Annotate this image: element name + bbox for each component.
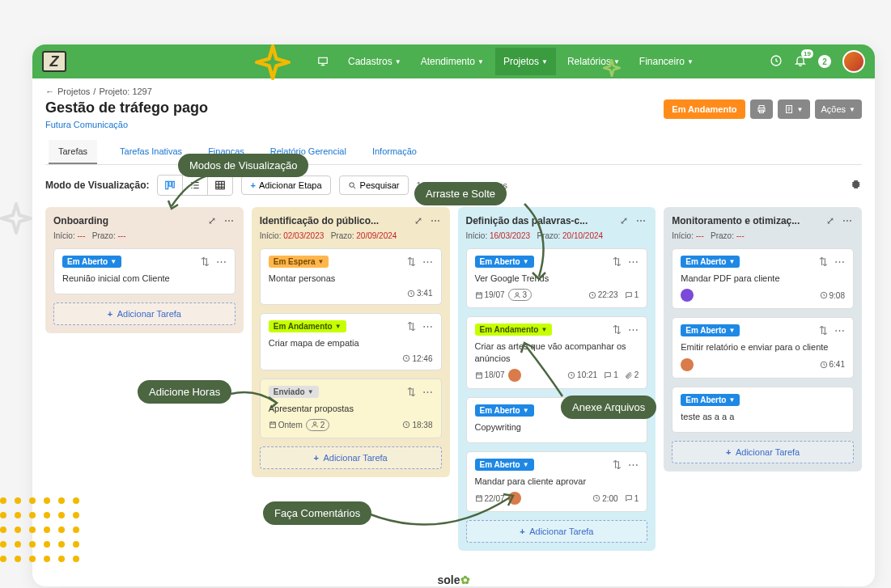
time-icon: 12:46 bbox=[402, 354, 432, 363]
svg-point-10 bbox=[349, 182, 354, 187]
avatar bbox=[508, 492, 521, 505]
more-icon[interactable]: ⋯ bbox=[223, 215, 235, 226]
status-tag[interactable]: Em Espera ▼ bbox=[269, 256, 329, 268]
status-tag[interactable]: Em Aberto ▼ bbox=[475, 459, 534, 471]
comment-icon: 1 bbox=[604, 370, 618, 379]
table-view-button[interactable] bbox=[208, 176, 232, 195]
more-icon[interactable]: ⋯ bbox=[628, 256, 639, 268]
top-navbar: Z Cadastros▼Atendimento▼Projetos▼Relatór… bbox=[32, 44, 875, 78]
print-button[interactable] bbox=[750, 99, 773, 119]
task-card[interactable]: Em Aberto ▼⇅⋯Mandar PDF para cliente 9:0… bbox=[672, 248, 854, 309]
actions-button[interactable]: Ações▼ bbox=[815, 99, 863, 119]
expand-icon[interactable]: ⤢ bbox=[413, 215, 424, 226]
svg-rect-13 bbox=[269, 422, 275, 428]
status-tag[interactable]: Em Aberto ▼ bbox=[475, 404, 534, 417]
sort-icon[interactable]: ⇅ bbox=[407, 320, 416, 332]
more-icon[interactable]: ⋯ bbox=[422, 386, 433, 398]
sort-icon[interactable]: ⇅ bbox=[613, 324, 622, 336]
tab-1[interactable]: Tarefas Inativas bbox=[117, 140, 185, 164]
nav-atendimento[interactable]: Atendimento▼ bbox=[413, 48, 492, 75]
expand-icon[interactable]: ⤢ bbox=[206, 215, 218, 226]
task-title: Montar personas bbox=[269, 273, 433, 284]
status-tag[interactable]: Em Andamento ▼ bbox=[269, 320, 346, 332]
sort-icon[interactable]: ⇅ bbox=[819, 256, 828, 268]
task-card[interactable]: Em Aberto ▼⇅⋯Reunião inicial com Cliente bbox=[53, 248, 235, 294]
dots-decoration bbox=[0, 497, 73, 562]
add-task-button[interactable]: + Adicionar Tarefa bbox=[466, 520, 648, 543]
client-link[interactable]: Futura Comunicação bbox=[45, 120, 128, 129]
more-icon[interactable]: ⋯ bbox=[841, 215, 854, 226]
avatar bbox=[508, 369, 521, 382]
avatar[interactable] bbox=[842, 50, 865, 73]
task-title: Criar as artes que vão acompanhar os anú… bbox=[475, 341, 639, 364]
nav-financeiro[interactable]: Financeiro▼ bbox=[631, 48, 702, 75]
sort-icon[interactable]: ⇅ bbox=[819, 324, 828, 336]
sort-icon[interactable]: ⇅ bbox=[613, 459, 622, 471]
status-tag[interactable]: Em Andamento ▼ bbox=[475, 324, 553, 336]
more-icon[interactable]: ⋯ bbox=[834, 256, 845, 268]
more-icon[interactable]: ⋯ bbox=[422, 320, 433, 332]
status-tag[interactable]: Enviado ▼ bbox=[269, 386, 319, 398]
tab-4[interactable]: Informação bbox=[369, 140, 420, 164]
sort-icon[interactable]: ⇅ bbox=[201, 256, 210, 268]
task-card[interactable]: Em Aberto ▼⇅⋯Emitir relatório e enviar p… bbox=[672, 317, 854, 378]
callout-anexe: Anexe Arquivos bbox=[561, 396, 656, 419]
people-count: 2 bbox=[306, 419, 330, 431]
view-mode-label: Modo de Visualização: bbox=[45, 180, 149, 191]
footer-logo: sole✿ bbox=[32, 573, 875, 586]
help-icon[interactable]: 2 bbox=[818, 55, 831, 68]
more-icon[interactable]: ⋯ bbox=[628, 459, 639, 471]
task-card[interactable]: Em Andamento ▼⇅⋯Criar mapa de empatia 12… bbox=[260, 313, 442, 370]
task-card[interactable]: Em Andamento ▼⇅⋯Criar as artes que vão a… bbox=[466, 316, 648, 389]
time-icon: 10:21 bbox=[567, 370, 597, 379]
back-arrow-icon[interactable]: ← bbox=[45, 87, 54, 96]
task-card[interactable]: Em Espera ▼⇅⋯Montar personas 3:41 bbox=[260, 248, 442, 305]
sort-icon[interactable]: ⇅ bbox=[407, 256, 416, 268]
task-title: teste as a a a bbox=[681, 411, 845, 422]
monitor-icon[interactable] bbox=[309, 48, 337, 75]
more-icon[interactable]: ⋯ bbox=[422, 256, 433, 268]
column-title: Onboarding bbox=[53, 215, 202, 226]
status-tag[interactable]: Em Aberto ▼ bbox=[62, 256, 121, 268]
list-view-button[interactable] bbox=[183, 176, 208, 195]
bell-icon[interactable]: 19 bbox=[794, 54, 807, 70]
search-button[interactable]: Pesquisar bbox=[339, 176, 409, 195]
export-button[interactable]: ▼ bbox=[778, 99, 810, 119]
column-title: Identificação do público... bbox=[260, 215, 408, 226]
tab-0[interactable]: Tarefas bbox=[49, 140, 97, 164]
nav-cadastros[interactable]: Cadastros▼ bbox=[340, 48, 409, 75]
more-icon[interactable]: ⋯ bbox=[429, 215, 442, 226]
callout-arraste: Arraste e Solte bbox=[414, 182, 507, 205]
svg-rect-16 bbox=[476, 293, 482, 298]
logo[interactable]: Z bbox=[42, 51, 66, 72]
status-button[interactable]: Em Andamento bbox=[664, 99, 745, 119]
task-card[interactable]: Enviado ▼⇅⋯Apresentar propostas Ontem2 1… bbox=[260, 379, 442, 438]
more-icon[interactable]: ⋯ bbox=[634, 215, 647, 226]
more-icon[interactable]: ⋯ bbox=[834, 324, 845, 336]
svg-rect-7 bbox=[169, 181, 172, 186]
breadcrumb-parent[interactable]: Projetos bbox=[57, 87, 90, 96]
sort-icon[interactable]: ⇅ bbox=[407, 386, 416, 398]
column-title: Definição das palavras-c... bbox=[466, 215, 614, 226]
add-task-button[interactable]: + Adicionar Tarefa bbox=[53, 302, 235, 325]
task-card[interactable]: Em Aberto ▼⇅⋯Mandar para cliente aprovar… bbox=[466, 451, 648, 512]
nav-projetos[interactable]: Projetos▼ bbox=[495, 48, 556, 75]
add-task-button[interactable]: + Adicionar Tarefa bbox=[260, 446, 442, 469]
clock-icon[interactable] bbox=[770, 54, 783, 70]
status-tag[interactable]: Em Aberto ▼ bbox=[681, 394, 740, 406]
expand-icon[interactable]: ⤢ bbox=[618, 215, 630, 226]
status-tag[interactable]: Em Aberto ▼ bbox=[681, 324, 740, 336]
add-stage-button[interactable]: +Adicionar Etapa bbox=[241, 176, 330, 195]
task-card[interactable]: Em Aberto ▼teste as a a a bbox=[672, 387, 854, 433]
task-title: Criar mapa de empatia bbox=[269, 337, 433, 349]
status-tag[interactable]: Em Aberto ▼ bbox=[681, 256, 740, 268]
kanban-view-button[interactable] bbox=[158, 176, 183, 195]
status-tag[interactable]: Em Aberto ▼ bbox=[475, 256, 534, 268]
more-icon[interactable]: ⋯ bbox=[628, 324, 639, 336]
settings-button[interactable] bbox=[849, 178, 862, 193]
add-task-button[interactable]: + Adicionar Tarefa bbox=[672, 441, 854, 463]
expand-icon[interactable]: ⤢ bbox=[825, 215, 836, 226]
sort-icon[interactable]: ⇅ bbox=[613, 256, 622, 268]
more-icon[interactable]: ⋯ bbox=[216, 256, 227, 268]
task-card[interactable]: Em Aberto ▼⇅⋯Ver Google Trends 19/073 22… bbox=[466, 248, 648, 308]
